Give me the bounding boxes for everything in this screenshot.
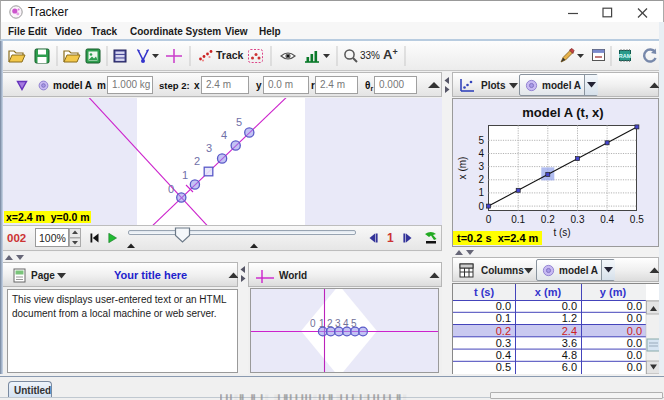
svg-text:x (m): x (m) — [457, 157, 468, 180]
svg-text:0.4: 0.4 — [496, 349, 511, 361]
svg-text:0: 0 — [168, 183, 174, 195]
svg-text:1: 1 — [182, 169, 188, 181]
svg-text:3: 3 — [335, 318, 341, 329]
svg-text:0: 0 — [310, 318, 316, 329]
svg-text:0.0: 0.0 — [627, 300, 642, 312]
svg-text:x (m): x (m) — [535, 286, 562, 298]
svg-text:2: 2 — [478, 174, 484, 185]
svg-text:0.2: 0.2 — [496, 325, 511, 337]
svg-text:0.0: 0.0 — [627, 337, 642, 349]
svg-text:0: 0 — [478, 201, 484, 212]
svg-text:t (s): t (s) — [474, 286, 495, 298]
svg-text:0.0: 0.0 — [627, 349, 642, 361]
svg-text:0.1: 0.1 — [511, 214, 525, 225]
svg-text:1.2: 1.2 — [562, 312, 577, 324]
svg-text:3: 3 — [206, 142, 212, 154]
svg-text:4: 4 — [221, 129, 227, 141]
svg-text:3.6: 3.6 — [562, 337, 577, 349]
svg-text:2.4: 2.4 — [562, 325, 577, 337]
svg-text:0.5: 0.5 — [496, 361, 511, 373]
svg-text:6.0: 6.0 — [562, 361, 577, 373]
svg-text:4: 4 — [343, 318, 349, 329]
svg-text:5: 5 — [478, 135, 484, 146]
svg-text:5: 5 — [351, 318, 357, 329]
svg-text:0.0: 0.0 — [627, 361, 642, 373]
svg-text:4.8: 4.8 — [562, 349, 577, 361]
svg-text:0.0: 0.0 — [627, 312, 642, 324]
svg-text:0.3: 0.3 — [571, 214, 585, 225]
svg-text:0.0: 0.0 — [496, 300, 511, 312]
svg-text:0.0: 0.0 — [562, 300, 577, 312]
svg-text:0: 0 — [486, 214, 492, 225]
svg-text:5: 5 — [236, 116, 242, 128]
svg-text:3: 3 — [478, 161, 484, 172]
svg-text:0.4: 0.4 — [600, 214, 614, 225]
svg-text:y (m): y (m) — [600, 286, 627, 298]
svg-text:0.1: 0.1 — [496, 312, 511, 324]
svg-text:2: 2 — [327, 318, 333, 329]
svg-text:4: 4 — [478, 148, 484, 159]
svg-text:model A (t, x): model A (t, x) — [522, 105, 603, 120]
svg-text:1: 1 — [478, 187, 484, 198]
svg-text:2: 2 — [194, 155, 200, 167]
svg-text:0.5: 0.5 — [630, 214, 644, 225]
svg-text:0.0: 0.0 — [627, 325, 642, 337]
svg-text:t (s): t (s) — [553, 227, 570, 238]
svg-text:RAM: RAM — [619, 53, 632, 59]
svg-text:0.3: 0.3 — [496, 337, 511, 349]
svg-text:0.2: 0.2 — [541, 214, 555, 225]
svg-text:1: 1 — [319, 318, 325, 329]
